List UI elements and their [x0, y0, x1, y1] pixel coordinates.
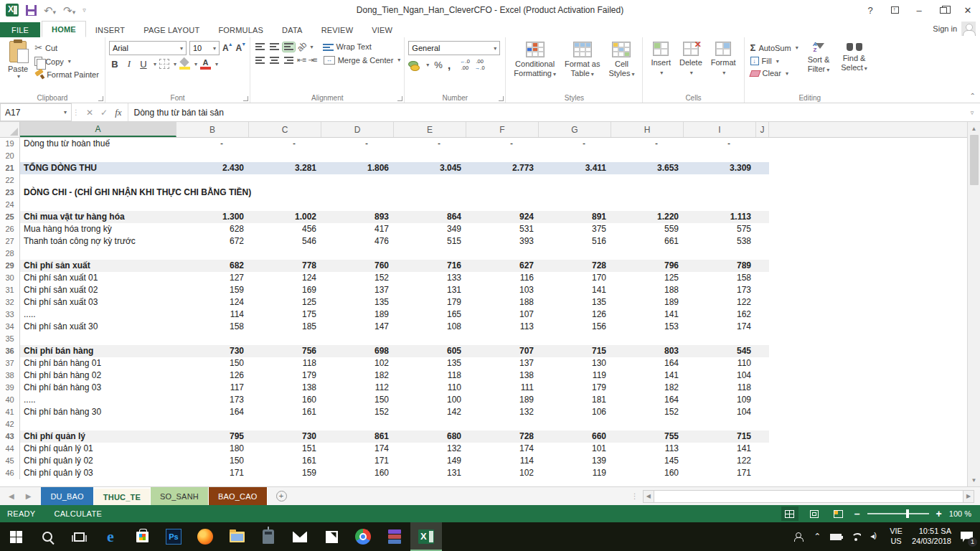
cell-F44[interactable]: 174: [466, 443, 539, 455]
row-header-35[interactable]: 35: [0, 333, 20, 345]
vertical-scrollbar[interactable]: ▲ ▼: [967, 122, 980, 486]
cell-D35[interactable]: [321, 333, 394, 345]
cell-I38[interactable]: 104: [684, 369, 756, 382]
cell-H21[interactable]: 3.653: [611, 162, 684, 174]
cell-D45[interactable]: 171: [321, 455, 394, 467]
cell-A29[interactable]: Chi phí sản xuất: [20, 260, 176, 272]
cell-C24[interactable]: [249, 199, 321, 211]
cell-C35[interactable]: [249, 333, 321, 345]
cell-E46[interactable]: 131: [394, 467, 466, 479]
cell-G37[interactable]: 130: [539, 357, 611, 369]
cell-B43[interactable]: 795: [176, 430, 249, 443]
cell-B19[interactable]: -: [176, 138, 249, 150]
cell-D39[interactable]: 112: [321, 382, 394, 394]
cell-B31[interactable]: 159: [176, 284, 249, 296]
cell-J23[interactable]: [756, 187, 769, 199]
cell-J41[interactable]: [756, 406, 769, 418]
align-right-button[interactable]: [283, 55, 295, 65]
zoom-out-button[interactable]: –: [854, 508, 860, 519]
cell-H34[interactable]: 153: [611, 321, 684, 333]
number-format-select[interactable]: General▾: [408, 41, 500, 55]
cell-A20[interactable]: [20, 150, 176, 162]
merge-center-button[interactable]: ↔ Merge & Center ▾: [324, 56, 401, 65]
row-header-28[interactable]: 28: [0, 248, 20, 260]
row-header-21[interactable]: 21: [0, 162, 20, 174]
cell-C30[interactable]: 124: [249, 272, 321, 284]
cell-A42[interactable]: [20, 418, 176, 430]
cell-J45[interactable]: [756, 455, 769, 467]
cell-G36[interactable]: 715: [539, 345, 611, 357]
cell-A33[interactable]: .....: [20, 309, 176, 321]
cell-A28[interactable]: [20, 248, 176, 260]
cell-B29[interactable]: 682: [176, 260, 249, 272]
cell-F27[interactable]: 393: [466, 235, 539, 248]
cell-B34[interactable]: 158: [176, 321, 249, 333]
cell-G27[interactable]: 516: [539, 235, 611, 248]
cell-F21[interactable]: 2.773: [466, 162, 539, 174]
language-indicator[interactable]: VIE US: [890, 527, 903, 547]
cell-D27[interactable]: 476: [321, 235, 394, 248]
cell-A19[interactable]: Dòng thu từ hoàn thuế: [20, 138, 176, 150]
cell-J37[interactable]: [756, 357, 769, 369]
cell-C41[interactable]: 161: [249, 406, 321, 418]
cell-I21[interactable]: 3.309: [684, 162, 756, 174]
cell-J25[interactable]: [756, 211, 769, 223]
cell-E32[interactable]: 179: [394, 296, 466, 309]
cell-C21[interactable]: 3.281: [249, 162, 321, 174]
cell-J30[interactable]: [756, 272, 769, 284]
cell-E30[interactable]: 133: [394, 272, 466, 284]
middle-align-button[interactable]: [268, 42, 281, 52]
cell-styles-button[interactable]: CellStyles▾: [604, 39, 639, 92]
comma-style-button[interactable]: ,: [448, 59, 451, 71]
row-header-38[interactable]: 38: [0, 369, 20, 382]
horizontal-scroll-thumb[interactable]: [654, 490, 963, 503]
cell-D23[interactable]: [321, 187, 394, 199]
cell-I35[interactable]: [684, 333, 756, 345]
cell-F33[interactable]: 107: [466, 309, 539, 321]
cell-J38[interactable]: [756, 369, 769, 382]
column-header-B[interactable]: B: [176, 122, 249, 137]
cell-E33[interactable]: 165: [394, 309, 466, 321]
cell-F38[interactable]: 138: [466, 369, 539, 382]
start-button[interactable]: [0, 522, 32, 551]
cell-J44[interactable]: [756, 443, 769, 455]
cell-I28[interactable]: [684, 248, 756, 260]
delete-cells-button[interactable]: Delete▾: [675, 39, 707, 92]
cell-E43[interactable]: 680: [394, 430, 466, 443]
cell-F42[interactable]: [466, 418, 539, 430]
cell-I37[interactable]: 110: [684, 357, 756, 369]
cell-I46[interactable]: 171: [684, 467, 756, 479]
number-dialog-launcher[interactable]: [499, 96, 504, 101]
cell-B36[interactable]: 730: [176, 345, 249, 357]
cell-C36[interactable]: 756: [249, 345, 321, 357]
cell-J31[interactable]: [756, 284, 769, 296]
cell-G23[interactable]: [539, 187, 611, 199]
cell-E39[interactable]: 110: [394, 382, 466, 394]
ribbon-tab-data[interactable]: DATA: [273, 22, 312, 37]
cell-E37[interactable]: 135: [394, 357, 466, 369]
tab-splitter-handle[interactable]: ⋮: [627, 487, 643, 505]
cell-I31[interactable]: 173: [684, 284, 756, 296]
cell-H27[interactable]: 661: [611, 235, 684, 248]
store-button[interactable]: [126, 522, 158, 551]
cell-J43[interactable]: [756, 430, 769, 443]
firefox-button[interactable]: [189, 522, 221, 551]
cell-G25[interactable]: 891: [539, 211, 611, 223]
cut-button[interactable]: ✂Cut: [32, 41, 101, 55]
cell-H19[interactable]: -: [611, 138, 684, 150]
cell-A39[interactable]: Chi phí bán hàng 03: [20, 382, 176, 394]
search-button[interactable]: [32, 522, 63, 551]
increase-font-button[interactable]: A▲: [222, 43, 233, 53]
file-explorer-button[interactable]: [221, 522, 253, 551]
decrease-font-button[interactable]: A▼: [236, 43, 247, 53]
cell-G39[interactable]: 179: [539, 382, 611, 394]
cell-G33[interactable]: 126: [539, 309, 611, 321]
cell-E28[interactable]: [394, 248, 466, 260]
cell-I42[interactable]: [684, 418, 756, 430]
cell-F30[interactable]: 116: [466, 272, 539, 284]
cell-I19[interactable]: -: [684, 138, 756, 150]
cell-D46[interactable]: 160: [321, 467, 394, 479]
cell-B46[interactable]: 171: [176, 467, 249, 479]
cell-J33[interactable]: [756, 309, 769, 321]
cell-D38[interactable]: 182: [321, 369, 394, 382]
